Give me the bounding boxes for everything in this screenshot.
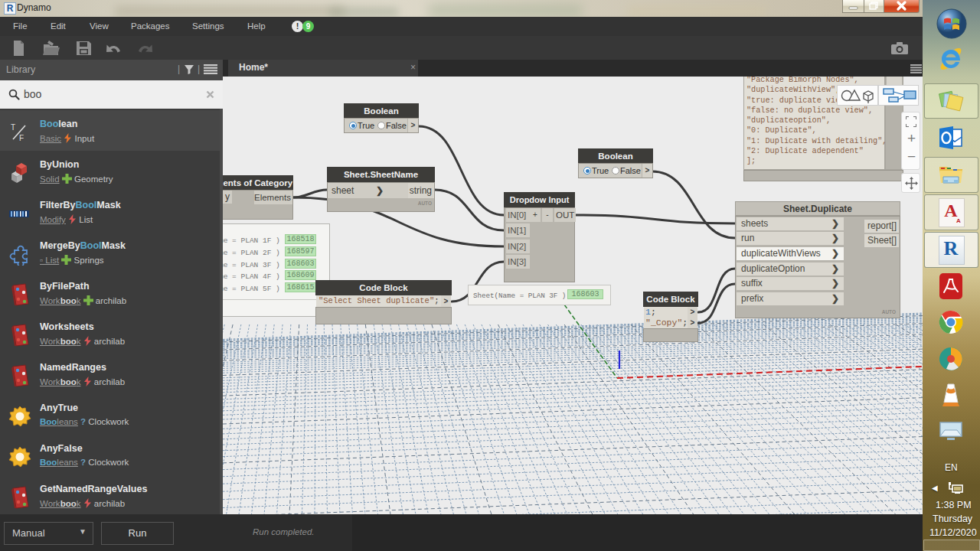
svg-text:T: T (11, 123, 15, 132)
svg-text:F: F (19, 134, 24, 142)
